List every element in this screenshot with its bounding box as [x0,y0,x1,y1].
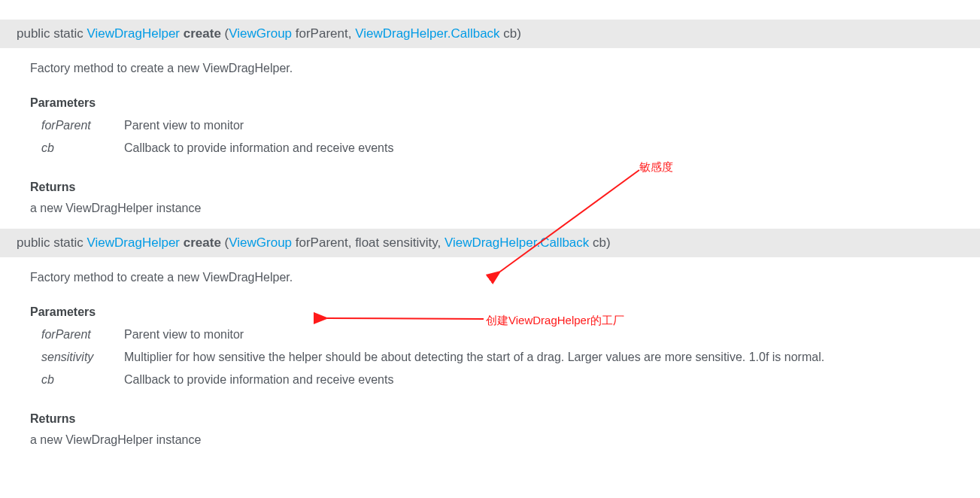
method1-signature-bar: public static ViewDragHelper create (Vie… [0,20,980,48]
m1-returns: a new ViewDragHelper instance [30,202,980,215]
m1-open: ( [221,26,229,41]
m1-params-heading: Parameters [30,96,980,110]
param-desc: Callback to provide information and rece… [124,137,393,159]
m1-params-table: forParent Parent view to monitor cb Call… [30,114,393,159]
m1-p2-type-link[interactable]: ViewDragHelper.Callback [355,26,499,41]
m1-method-name: create [184,26,221,41]
method1-signature: public static ViewDragHelper create (Vie… [0,26,980,41]
param-name: forParent [30,323,124,346]
doc-page: public static ViewDragHelper create (Vie… [0,20,980,447]
param-desc: Multiplier for how sensitive the helper … [124,346,824,369]
table-row: forParent Parent view to monitor [30,323,824,346]
table-row: cb Callback to provide information and r… [30,137,393,159]
param-name: forParent [30,114,124,137]
m1-p1-type-link[interactable]: ViewGroup [229,26,292,41]
m2-p1-type-link[interactable]: ViewGroup [229,235,292,250]
m2-p1-name: forParent, float sensitivity, [292,235,444,250]
m2-returns: a new ViewDragHelper instance [30,433,980,447]
m2-modifiers: public static [17,235,87,250]
param-desc: Parent view to monitor [124,114,393,137]
m1-modifiers: public static [17,26,87,41]
annotation-label-2: 创建ViewDragHelper的工厂 [486,314,624,328]
method2-signature: public static ViewDragHelper create (Vie… [0,235,980,251]
param-name: sensitivity [30,346,124,369]
m2-params-table: forParent Parent view to monitor sensiti… [30,323,824,391]
m2-p2-name: cb) [589,235,610,250]
m1-p1-name: forParent, [292,26,355,41]
param-desc: Callback to provide information and rece… [124,369,824,391]
m1-description: Factory method to create a new ViewDragH… [30,62,980,75]
param-desc: Parent view to monitor [124,323,824,346]
table-row: sensitivity Multiplier for how sensitive… [30,346,824,369]
m2-p2-type-link[interactable]: ViewDragHelper.Callback [444,235,589,250]
m1-p2-name: cb) [500,26,521,41]
method2-signature-bar: public static ViewDragHelper create (Vie… [0,229,980,257]
m2-return-type-link[interactable]: ViewDragHelper [87,235,180,250]
m1-return-type-link[interactable]: ViewDragHelper [87,26,180,41]
param-name: cb [30,369,124,391]
m2-open: ( [221,235,229,250]
annotation-label-1: 敏感度 [639,160,673,175]
m2-description: Factory method to create a new ViewDragH… [30,271,980,284]
table-row: forParent Parent view to monitor [30,114,393,137]
table-row: cb Callback to provide information and r… [30,369,824,391]
m1-returns-heading: Returns [30,181,980,194]
m2-returns-heading: Returns [30,412,980,426]
param-name: cb [30,137,124,159]
m2-method-name: create [184,235,221,250]
